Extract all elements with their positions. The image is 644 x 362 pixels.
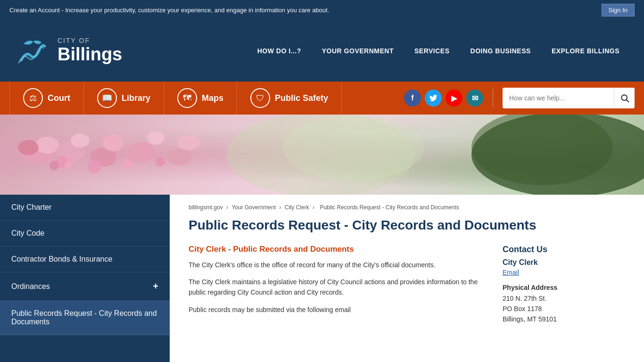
nav-your-government[interactable]: YOUR GOVERNMENT xyxy=(312,47,404,55)
email-newsletter-icon[interactable]: ✉ xyxy=(466,90,483,107)
twitter-icon[interactable] xyxy=(425,90,442,107)
quick-link-court[interactable]: ⚖ Court xyxy=(9,82,84,115)
svg-point-22 xyxy=(122,158,133,170)
city-logo[interactable] xyxy=(14,32,52,70)
search-box xyxy=(503,88,635,108)
section-title: City Clerk - Public Records and Document… xyxy=(189,245,484,254)
public-safety-label: Public Safety xyxy=(275,93,328,103)
quick-link-library[interactable]: 📖 Library xyxy=(84,82,164,115)
divider xyxy=(493,89,493,107)
public-safety-icon: 🛡 xyxy=(250,88,270,108)
logo-area: CITY OF Billings xyxy=(14,32,137,70)
paragraph-1: The City Clerk's office is the office of… xyxy=(189,260,484,270)
svg-point-12 xyxy=(167,148,191,165)
sidebar: City Charter City Code Contractor Bonds … xyxy=(0,195,170,362)
youtube-icon[interactable]: ▶ xyxy=(446,90,462,107)
paragraph-3: Public records may be submitted via the … xyxy=(189,304,484,315)
city-of-label: CITY OF xyxy=(58,37,122,44)
svg-point-13 xyxy=(177,135,200,150)
contact-address-title: Physical Address xyxy=(503,284,625,291)
breadcrumb: billingsmt.gov › Your Government › City … xyxy=(189,204,625,211)
contact-subtitle: City Clerk xyxy=(503,258,625,267)
content-columns: City Clerk - Public Records and Document… xyxy=(189,245,625,325)
contact-email: Email xyxy=(503,269,625,276)
svg-point-11 xyxy=(147,132,164,145)
address-line-3: Billings, MT 59101 xyxy=(503,314,625,324)
ordinances-expand-icon: + xyxy=(153,281,158,292)
breadcrumb-city-clerk[interactable]: City Clerk xyxy=(285,204,309,211)
sidebar-item-public-records[interactable]: Public Records Request - City Records an… xyxy=(0,301,170,335)
court-icon: ⚖ xyxy=(23,88,43,108)
breadcrumb-home[interactable]: billingsmt.gov xyxy=(189,204,223,211)
svg-point-5 xyxy=(18,140,39,155)
hero-image xyxy=(0,115,644,195)
breadcrumb-sep-1: › xyxy=(226,204,230,211)
top-banner: Create an Account - Increase your produc… xyxy=(0,0,644,20)
search-input[interactable] xyxy=(503,88,614,108)
svg-point-21 xyxy=(88,160,101,173)
address-line-1: 210 N. 27th St. xyxy=(503,293,625,304)
social-icons: f ▶ ✉ xyxy=(404,90,483,107)
paragraph-2: The City Clerk maintains a legislative h… xyxy=(189,277,484,298)
email-link[interactable]: Email xyxy=(503,269,519,276)
svg-line-2 xyxy=(626,100,628,102)
sidebar-public-records-label: Public Records Request - City Records an… xyxy=(11,309,158,326)
header: CITY OF Billings HOW DO I...? YOUR GOVER… xyxy=(0,20,644,82)
contact-address: 210 N. 27th St. PO Box 1178 Billings, MT… xyxy=(503,293,625,325)
sign-in-button[interactable]: Sign In xyxy=(602,4,635,16)
sidebar-city-charter-label: City Charter xyxy=(11,203,51,212)
right-column: Contact Us City Clerk Email Physical Add… xyxy=(503,245,625,325)
svg-rect-0 xyxy=(14,32,52,70)
sidebar-item-city-code[interactable]: City Code xyxy=(0,221,170,247)
court-label: Court xyxy=(48,93,70,103)
hero-decoration xyxy=(0,115,644,195)
svg-point-23 xyxy=(156,157,165,166)
search-button[interactable] xyxy=(614,88,635,108)
breadcrumb-your-govt[interactable]: Your Government xyxy=(231,204,276,211)
main-nav: HOW DO I...? YOUR GOVERNMENT SERVICES DO… xyxy=(247,47,630,55)
svg-point-4 xyxy=(35,137,59,154)
library-icon: 📖 xyxy=(97,88,117,108)
svg-point-10 xyxy=(126,142,157,163)
library-label: Library xyxy=(122,93,150,103)
quick-link-maps[interactable]: 🗺 Maps xyxy=(164,82,237,115)
logo-text[interactable]: CITY OF Billings xyxy=(58,37,122,64)
nav-doing-business[interactable]: DOING BUSINESS xyxy=(460,47,541,55)
svg-point-9 xyxy=(103,134,124,151)
sidebar-ordinances-label: Ordinances xyxy=(11,282,50,291)
facebook-icon[interactable]: f xyxy=(404,90,421,107)
social-search-area: f ▶ ✉ xyxy=(404,88,635,108)
nav-explore-billings[interactable]: EXPLORE BILLINGS xyxy=(541,47,630,55)
orange-bar: ⚖ Court 📖 Library 🗺 Maps 🛡 Public Safety… xyxy=(0,82,644,115)
svg-point-19 xyxy=(65,162,72,169)
left-column: City Clerk - Public Records and Document… xyxy=(189,245,484,325)
sidebar-item-city-charter[interactable]: City Charter xyxy=(0,195,170,221)
content-area: City Charter City Code Contractor Bonds … xyxy=(0,195,644,362)
nav-how-do-i[interactable]: HOW DO I...? xyxy=(247,47,312,55)
sidebar-item-contractor-bonds[interactable]: Contractor Bonds & Insurance xyxy=(0,247,170,272)
sidebar-city-code-label: City Code xyxy=(11,229,44,238)
main-content: billingsmt.gov › Your Government › City … xyxy=(170,195,644,362)
svg-point-15 xyxy=(283,115,424,181)
sidebar-contractor-bonds-label: Contractor Bonds & Insurance xyxy=(11,255,112,263)
address-line-2: PO Box 1178 xyxy=(503,304,625,314)
maps-icon: 🗺 xyxy=(177,88,197,108)
quick-link-public-safety[interactable]: 🛡 Public Safety xyxy=(237,82,342,115)
page-title: Public Records Request - City Records an… xyxy=(189,217,625,233)
breadcrumb-sep-2: › xyxy=(279,204,282,211)
banner-text: Create an Account - Increase your produc… xyxy=(9,7,329,14)
breadcrumb-current: Public Records Request - City Records an… xyxy=(320,204,459,211)
svg-point-20 xyxy=(50,161,59,170)
contact-box: Contact Us City Clerk Email Physical Add… xyxy=(503,245,625,325)
maps-label: Maps xyxy=(202,93,223,103)
billings-label: Billings xyxy=(58,45,122,65)
contact-title: Contact Us xyxy=(503,245,625,255)
nav-services[interactable]: SERVICES xyxy=(404,47,460,55)
sidebar-item-ordinances[interactable]: Ordinances + xyxy=(0,272,170,301)
svg-point-7 xyxy=(71,133,90,148)
breadcrumb-sep-3: › xyxy=(313,204,316,211)
